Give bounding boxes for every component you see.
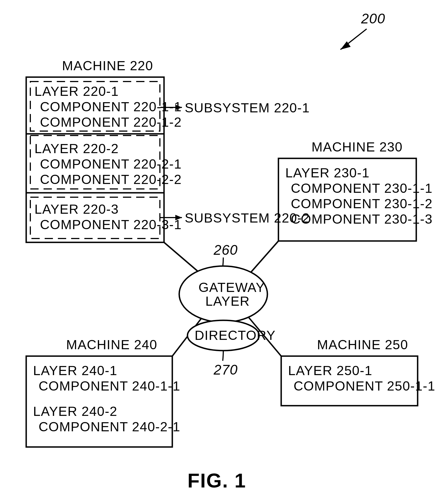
gateway-ref: 260	[213, 242, 238, 258]
machine-220-layer1-c1: COMPONENT 220-1-1	[40, 99, 182, 114]
machine-240-layer1-name: LAYER 240-1	[33, 363, 117, 378]
machine-220-layer2-name: LAYER 220-2	[34, 141, 119, 156]
machine-250-title: MACHINE 250	[317, 337, 408, 352]
machine-220-layer1-c2: COMPONENT 220-1-2	[40, 115, 182, 129]
machine-220-layer2-c1: COMPONENT 220-2-1	[40, 157, 182, 171]
machine-220-layer3-c1: COMPONENT 220-3-1	[40, 217, 182, 232]
machine-250-layer1-name: LAYER 250-1	[288, 363, 372, 378]
conn-220-gateway	[164, 242, 203, 275]
conn-230-gateway	[248, 241, 278, 275]
machine-230-title: MACHINE 230	[312, 140, 403, 154]
machine-250-layer1-c1: COMPONENT 250-1-1	[294, 379, 435, 393]
machine-230-layer1-c3: COMPONENT 230-1-3	[291, 212, 433, 226]
machine-220-layer1-name: LAYER 220-1	[34, 84, 119, 99]
directory-label: DIRECTORY	[195, 328, 276, 343]
machine-230-layer1-c2: COMPONENT 230-1-2	[291, 196, 433, 211]
machine-240-title: MACHINE 240	[66, 337, 157, 352]
gateway-label-2: LAYER	[205, 294, 250, 308]
machine-230-layer1-c1: COMPONENT 230-1-1	[291, 181, 433, 196]
gateway-label-1: GATEWAY	[198, 280, 265, 295]
diagram-canvas: 200 MACHINE 220 LAYER 220-1 COMPONENT 22…	[0, 0, 443, 504]
machine-240-layer1-c1: COMPONENT 240-1-1	[39, 379, 180, 393]
figure-caption: FIG. 1	[187, 470, 246, 492]
machine-220-layer3-name: LAYER 220-3	[34, 202, 119, 216]
directory-ref: 270	[213, 362, 238, 378]
machine-240-layer2-name: LAYER 240-2	[33, 404, 117, 419]
machine-220-layer2-c2: COMPONENT 220-2-2	[40, 172, 182, 187]
ref-numeral: 200	[361, 11, 385, 26]
machine-220-title: MACHINE 220	[62, 58, 153, 73]
subsystem-220-1-label: SUBSYSTEM 220-1	[185, 101, 310, 115]
directory-ref-lead	[223, 351, 223, 361]
machine-230-layer1-name: LAYER 230-1	[285, 166, 370, 180]
machine-240-layer2-c1: COMPONENT 240-2-1	[39, 419, 180, 434]
